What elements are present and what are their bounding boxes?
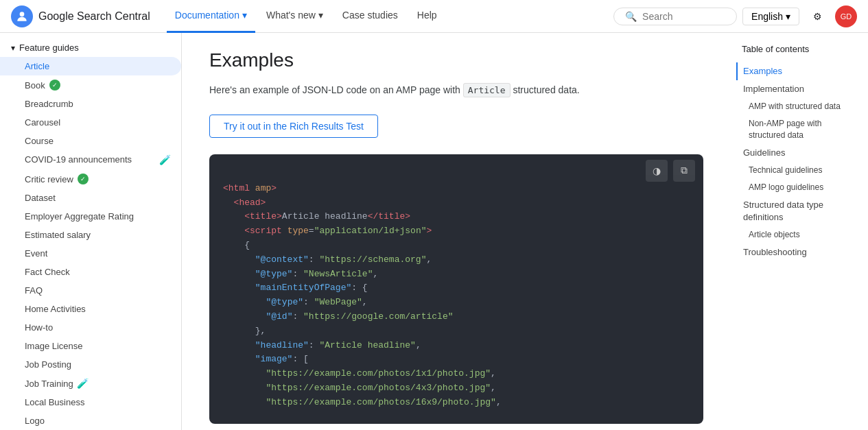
toc-nonamp-structured[interactable]: Non-AMP page with structured data [736,115,863,144]
nav-links: Documentation ▾ What's new ▾ Case studie… [167,0,613,33]
flask-icon: 🧪 [78,378,89,389]
top-navigation: Google Search Central Documentation ▾ Wh… [0,0,868,33]
main-content: Examples Here's an example of JSON-LD co… [182,33,731,430]
search-icon: 🔍 [625,11,637,22]
chevron-down-icon: ▾ [11,43,15,53]
sidebar-item-covid[interactable]: COVID-19 announcements 🧪 [0,150,181,169]
nav-right: 🔍 English ▾ ⚙ GD [613,4,857,29]
sidebar-item-local-business[interactable]: Local Business [0,393,181,411]
sidebar-item-estimated-salary[interactable]: Estimated salary [0,226,181,244]
toc-structured-data-types[interactable]: Structured data type definitions [736,196,863,226]
sidebar-item-employer[interactable]: Employer Aggregate Rating [0,207,181,226]
sidebar-item-event[interactable]: Event [0,244,181,263]
nav-whats-new[interactable]: What's new ▾ [258,0,331,33]
main-layout: ▾ Feature guides Article Book ✓ Breadcru… [0,33,868,430]
toc-implementation[interactable]: Implementation [736,80,863,98]
try-rich-results-button[interactable]: Try it out in the Rich Results Test [209,115,378,138]
sidebar-item-job-posting[interactable]: Job Posting [0,355,181,374]
chevron-down-icon: ▾ [786,11,790,22]
toc-troubleshooting[interactable]: Troubleshooting [736,243,863,261]
check-badge: ✓ [49,80,60,91]
code-toolbar: ◑ ⧉ [637,154,703,187]
sidebar-item-how-to[interactable]: How-to [0,318,181,337]
toc-title: Table of contents [736,44,863,54]
chevron-down-icon: ▾ [318,10,323,21]
copy-icon: ⧉ [681,165,688,176]
code-block: ◑ ⧉ <html amp> <head> <title>Article hea… [209,154,703,424]
svg-point-0 [20,12,25,16]
sidebar-item-faq[interactable]: FAQ [0,281,181,300]
code-tag: Article [463,83,511,97]
language-button[interactable]: English ▾ [742,8,799,25]
nav-case-studies[interactable]: Case studies [334,0,406,33]
sidebar-item-carousel[interactable]: Carousel [0,113,181,132]
sidebar-item-job-training[interactable]: Job Training 🧪 [0,374,181,393]
nav-documentation[interactable]: Documentation ▾ [167,0,255,33]
section-heading: Examples [209,49,703,71]
sidebar-item-fact-check[interactable]: Fact Check [0,263,181,281]
nav-help[interactable]: Help [409,0,445,33]
settings-button[interactable]: ⚙ [805,4,830,29]
copy-code-button[interactable]: ⧉ [673,160,695,182]
logo-link[interactable]: Google Search Central [11,5,150,27]
toc-sidebar: Table of contents Examples Implementatio… [731,33,868,430]
sidebar-item-critic-review[interactable]: Critic review ✓ [0,169,181,189]
chevron-down-icon: ▾ [242,10,247,21]
search-box[interactable]: 🔍 [613,8,737,25]
toc-tech-guidelines[interactable]: Technical guidelines [736,162,863,179]
toc-guidelines[interactable]: Guidelines [736,144,863,162]
toc-amp-logo[interactable]: AMP logo guidelines [736,179,863,196]
toc-amp-structured[interactable]: AMP with structured data [736,98,863,115]
flask-icon: 🧪 [159,154,170,165]
search-input[interactable] [642,11,725,22]
avatar-icon: GD [841,12,852,21]
sidebar-item-article[interactable]: Article [0,57,181,75]
sidebar-item-book[interactable]: Book ✓ [0,75,181,95]
sidebar-item-breadcrumb[interactable]: Breadcrumb [0,95,181,113]
check-badge: ✓ [78,174,89,184]
theme-icon: ◑ [653,165,661,176]
sidebar-item-course[interactable]: Course [0,132,181,150]
toc-examples[interactable]: Examples [736,62,863,80]
sidebar-item-image-license[interactable]: Image License [0,337,181,355]
sidebar-section-header[interactable]: ▾ Feature guides [0,38,181,57]
section-description: Here's an example of JSON-LD code on an … [209,82,703,98]
logo-icon [11,5,33,27]
left-sidebar: ▾ Feature guides Article Book ✓ Breadcru… [0,33,182,430]
sidebar-item-dataset[interactable]: Dataset [0,189,181,207]
gear-icon: ⚙ [813,11,822,22]
sidebar-item-logo[interactable]: Logo [0,411,181,430]
toc-article-objects[interactable]: Article objects [736,226,863,243]
theme-toggle-button[interactable]: ◑ [646,160,668,182]
code-content: <html amp> <head> <title>Article headlin… [209,154,703,424]
profile-button[interactable]: GD [835,5,857,27]
logo-text: Google Search Central [38,10,150,23]
sidebar-item-home-activities[interactable]: Home Activities [0,300,181,318]
